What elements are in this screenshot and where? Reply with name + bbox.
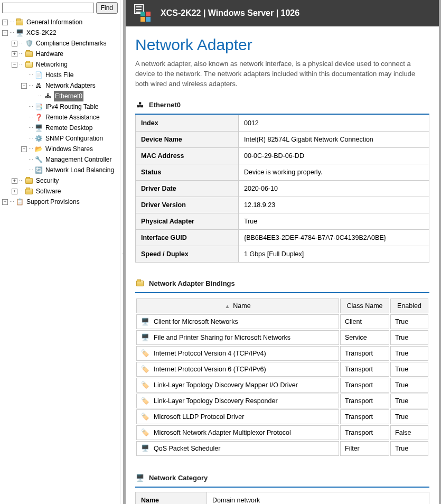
binding-row: 🏷️Link-Layer Topology Discovery Mapper I…: [136, 378, 428, 393]
bindings-table: ▲Name Class Name Enabled 🖥️Client for Mi…: [135, 297, 429, 457]
file-icon: 📄: [34, 71, 43, 79]
binding-enabled: True: [390, 362, 428, 377]
expand-icon[interactable]: +: [12, 178, 17, 184]
binding-enabled: True: [390, 314, 428, 329]
binding-class: Transport: [340, 378, 389, 393]
binding-enabled: True: [390, 394, 428, 408]
col-enabled[interactable]: Enabled: [390, 298, 428, 313]
section-bindings: Network Adapter Bindings: [135, 277, 429, 293]
header-title: XCS-2K22 | Windows Server | 1026: [161, 8, 299, 18]
tree-item-remote-desktop[interactable]: ⋯🖥️Remote Desktop: [21, 123, 120, 133]
binding-name: Internet Protocol Version 4 (TCP/IPv4): [154, 350, 266, 357]
monitor-icon: 🖥️: [141, 318, 149, 326]
expand-icon[interactable]: +: [21, 146, 27, 152]
col-class[interactable]: Class Name: [340, 298, 389, 313]
binding-enabled: False: [390, 425, 428, 440]
protocol-icon: 🏷️: [141, 413, 149, 421]
tree-item-windows-shares[interactable]: +⋯📂Windows Shares: [21, 144, 120, 154]
protocol-icon: 🏷️: [141, 397, 149, 405]
binding-row: 🏷️Microsoft LLDP Protocol DriverTranspor…: [136, 409, 428, 424]
binding-class: Transport: [340, 409, 389, 424]
tree-item-snmp[interactable]: ⋯⚙️SNMP Configuration: [21, 133, 120, 144]
tree-item-ethernet0[interactable]: ⋯🖧Ethernet0: [31, 91, 120, 101]
search-input[interactable]: [2, 3, 94, 13]
tree-item-security[interactable]: +⋯Security: [12, 175, 120, 186]
protocol-icon: 🏷️: [141, 365, 149, 374]
binding-class: Transport: [340, 425, 389, 440]
expand-icon[interactable]: +: [12, 189, 17, 194]
property-key: Device Name: [136, 131, 239, 147]
tree-item-routing-table[interactable]: ⋯📑IPv4 Routing Table: [21, 101, 120, 112]
col-name[interactable]: ▲Name: [136, 298, 339, 313]
property-value: 00-0C-29-BD-06-DD: [239, 147, 429, 164]
tree-item-general-information[interactable]: +⋯ General Information: [2, 17, 120, 27]
monitor-icon: 🖥️: [141, 444, 149, 453]
page-title: Network Adapter: [135, 36, 429, 54]
tree-item-networking[interactable]: −⋯Networking: [12, 59, 120, 70]
folder-icon: [25, 176, 33, 185]
expand-icon[interactable]: +: [12, 41, 17, 46]
binding-class: Client: [340, 314, 389, 329]
monitor-icon: 🖥️: [141, 333, 149, 342]
property-row: Index0012: [136, 115, 429, 131]
property-value: Device is working properly.: [239, 164, 429, 180]
collapse-icon[interactable]: −: [2, 30, 8, 36]
category-row: NameDomain network: [136, 492, 429, 504]
expand-icon[interactable]: +: [12, 51, 17, 57]
binding-name: Link-Layer Topology Discovery Responder: [154, 397, 278, 405]
load-balancing-icon: 🔄: [34, 166, 43, 174]
collapse-icon[interactable]: −: [21, 83, 27, 89]
tree-item-remote-assistance[interactable]: ⋯❓Remote Assistance: [21, 112, 120, 123]
tree-item-compliance[interactable]: +⋯🛡️Compliance Benchmarks: [12, 38, 120, 49]
tree-item-software[interactable]: +⋯Software: [12, 186, 120, 197]
tree-item-network-adapters[interactable]: −⋯🖧Network Adapters: [21, 80, 120, 91]
property-row: Interface GUID{BB6B4EE3-2DEF-4784-B7A7-0…: [136, 229, 429, 246]
page-header: XCS-2K22 | Windows Server | 1026: [126, 0, 439, 26]
folder-icon: [15, 18, 24, 26]
binding-class: Transport: [340, 362, 389, 377]
binding-class: Transport: [340, 394, 389, 408]
property-row: Physical AdapterTrue: [136, 213, 429, 229]
property-value: Intel(R) 82574L Gigabit Network Connecti…: [239, 131, 429, 147]
binding-row: 🖥️File and Printer Sharing for Microsoft…: [136, 330, 428, 345]
property-key: Physical Adapter: [136, 213, 239, 229]
splitter[interactable]: [120, 0, 124, 504]
binding-enabled: True: [390, 409, 428, 424]
tree-item-hosts-file[interactable]: ⋯📄Hosts File: [21, 70, 120, 80]
routing-icon: 📑: [34, 102, 43, 111]
content-scroll[interactable]: XCS-2K22 | Windows Server | 1026 Network…: [124, 0, 439, 504]
expand-icon[interactable]: +: [2, 20, 8, 25]
binding-row: 🏷️Microsoft Network Adapter Multiplexor …: [136, 425, 428, 440]
binding-name: Microsoft Network Adapter Multiplexor Pr…: [154, 429, 291, 436]
binding-name: File and Printer Sharing for Microsoft N…: [154, 334, 290, 341]
folder-icon: [25, 187, 33, 195]
expand-icon[interactable]: +: [2, 199, 8, 205]
binding-row: 🖥️QoS Packet SchedulerFilterTrue: [136, 441, 428, 456]
folder-icon: [135, 279, 145, 288]
help-icon: ❓: [34, 113, 43, 122]
find-button[interactable]: Find: [96, 2, 118, 14]
binding-class: Service: [340, 330, 389, 345]
nic-icon: 🖧: [135, 101, 145, 109]
nav-tree: +⋯ General Information −⋯ 🖥️ XCS-2K22 +⋯…: [0, 16, 120, 207]
property-row: Driver Version12.18.9.23: [136, 197, 429, 213]
tree-item-management-controller[interactable]: ⋯🔧Management Controller: [21, 154, 120, 165]
section-network-category: 🖥️ Network Category: [135, 472, 429, 488]
property-key: Interface GUID: [136, 229, 239, 246]
property-value: 12.18.9.23: [239, 197, 429, 213]
binding-row: 🏷️Link-Layer Topology Discovery Responde…: [136, 394, 428, 408]
page-intro: A network adapter, also known as network…: [135, 59, 429, 89]
tree-item-hardware[interactable]: +⋯Hardware: [12, 49, 120, 59]
sort-asc-icon: ▲: [224, 303, 230, 309]
binding-row: 🏷️Internet Protocol Version 6 (TCP/IPv6)…: [136, 362, 428, 377]
tree-item-nlb[interactable]: ⋯🔄Network Load Balancing: [21, 165, 120, 175]
document-icon: 📋: [15, 198, 24, 206]
binding-class: Filter: [340, 441, 389, 456]
collapse-icon[interactable]: −: [12, 62, 17, 68]
binding-enabled: True: [390, 330, 428, 345]
property-key: Speed / Duplex: [136, 246, 239, 262]
property-row: Device NameIntel(R) 82574L Gigabit Netwo…: [136, 131, 429, 147]
tree-item-support-provisions[interactable]: +⋯📋Support Provisions: [2, 197, 120, 207]
property-value: True: [239, 213, 429, 229]
tree-item-host[interactable]: −⋯ 🖥️ XCS-2K22: [2, 27, 120, 38]
